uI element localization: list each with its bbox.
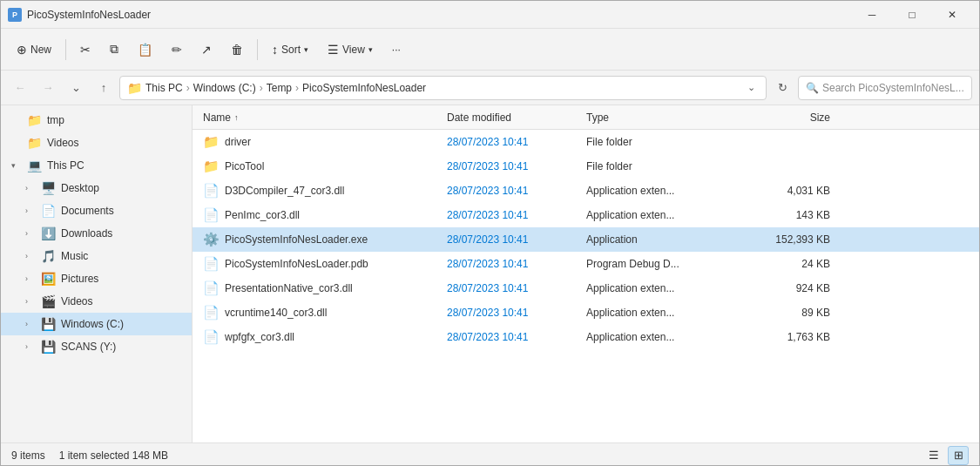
sidebar-item-desktop[interactable]: › 🖥️ Desktop <box>1 177 192 199</box>
file-list: Name ↑ Date modified Type Size 📁 driver … <box>193 105 979 442</box>
downloads-icon: ⬇️ <box>41 226 56 240</box>
file-size: 143 KB <box>743 209 830 221</box>
sep-3: › <box>295 82 299 94</box>
sidebar-item-label: Downloads <box>61 227 185 240</box>
table-row[interactable]: ⚙️ PicoSystemInfoNesLoader.exe 28/07/202… <box>193 227 979 252</box>
paste-button[interactable]: 📋 <box>129 34 161 65</box>
file-name: PresentationNative_cor3.dll <box>225 282 353 294</box>
table-row[interactable]: 📄 PenImc_cor3.dll 28/07/2023 10:41 Appli… <box>193 203 979 227</box>
expand-arrow: › <box>25 252 36 260</box>
table-row[interactable]: 📁 PicoTool 28/07/2023 10:41 File folder <box>193 154 979 179</box>
path-folder-icon: 📁 <box>127 81 142 95</box>
sidebar-item-label: Music <box>61 250 185 262</box>
detail-view-button[interactable]: ⊞ <box>948 446 969 465</box>
col-header-size[interactable]: Size <box>743 111 830 124</box>
file-date: 28/07/2023 10:41 <box>447 331 586 343</box>
file-icon: 📄 <box>203 280 220 296</box>
table-row[interactable]: 📁 driver 28/07/2023 10:41 File folder <box>193 130 979 154</box>
sidebar-item-label: Desktop <box>61 182 185 194</box>
pc-icon: 💻 <box>27 159 42 172</box>
table-row[interactable]: 📄 PresentationNative_cor3.dll 28/07/2023… <box>193 276 979 301</box>
file-name-cell: 📄 D3DCompiler_47_cor3.dll <box>203 183 447 199</box>
back-button[interactable]: ← <box>8 76 32 100</box>
title-bar: P PicoSystemInfoNesLoader ─ □ ✕ <box>1 1 979 29</box>
search-box[interactable]: 🔍 Search PicoSystemInfoNesL... <box>798 76 972 100</box>
col-header-type[interactable]: Type <box>586 111 743 124</box>
expand-arrow: › <box>25 229 36 238</box>
file-size: 152,393 KB <box>743 233 830 246</box>
documents-icon: 📄 <box>41 204 56 218</box>
table-row[interactable]: 📄 wpfgfx_cor3.dll 28/07/2023 10:41 Appli… <box>193 325 979 349</box>
recent-button[interactable]: ⌄ <box>64 76 88 100</box>
forward-button[interactable]: → <box>36 76 60 100</box>
sidebar-item-downloads[interactable]: › ⬇️ Downloads <box>1 222 192 245</box>
sidebar-item-music[interactable]: › 🎵 Music <box>1 245 192 267</box>
file-type: Application exten... <box>586 209 743 221</box>
view-controls: ☰ ⊞ <box>923 446 969 465</box>
sidebar-item-videos-pc[interactable]: › 🎬 Videos <box>1 290 192 313</box>
file-name-cell: 📁 driver <box>203 134 447 150</box>
table-row[interactable]: 📄 D3DCompiler_47_cor3.dll 28/07/2023 10:… <box>193 179 979 203</box>
cut-icon: ✂ <box>80 43 91 57</box>
address-path[interactable]: 📁 This PC › Windows (C:) › Temp › PicoSy… <box>119 76 767 100</box>
list-view-button[interactable]: ☰ <box>923 446 944 465</box>
file-type: Application <box>586 233 743 246</box>
new-button[interactable]: ⊕ New <box>8 34 60 65</box>
file-type: File folder <box>586 136 743 148</box>
sidebar-item-documents[interactable]: › 📄 Documents <box>1 199 192 222</box>
toolbar: ⊕ New ✂ ⧉ 📋 ✏ ↗ 🗑 ↕ Sort ▾ ☰ View ▾ ··· <box>1 29 979 71</box>
crumb-temp[interactable]: Temp <box>267 82 292 94</box>
expand-arrow: ▾ <box>11 161 22 170</box>
sort-arrow-icon: ↑ <box>234 113 239 122</box>
file-icon: 📄 <box>203 183 220 199</box>
view-icon: ☰ <box>328 43 339 57</box>
music-icon: 🎵 <box>41 249 56 263</box>
file-type: File folder <box>586 160 743 172</box>
sort-chevron-icon: ▾ <box>304 45 308 54</box>
file-size: 4,031 KB <box>743 185 830 197</box>
toolbar-divider-1 <box>65 39 66 60</box>
col-header-date[interactable]: Date modified <box>447 111 586 124</box>
delete-button[interactable]: 🗑 <box>222 34 252 65</box>
sort-button[interactable]: ↕ Sort ▾ <box>263 34 317 65</box>
sidebar-item-pictures[interactable]: › 🖼️ Pictures <box>1 267 192 290</box>
file-size: 1,763 KB <box>743 331 830 343</box>
file-name: PicoSystemInfoNesLoader.pdb <box>225 258 368 270</box>
address-dropdown-button[interactable]: ⌄ <box>744 80 759 95</box>
share-icon: ↗ <box>201 43 212 57</box>
toolbar-divider-2 <box>257 39 258 60</box>
col-header-name[interactable]: Name ↑ <box>203 111 447 124</box>
app-icon: P <box>8 8 22 22</box>
sidebar-item-tmp[interactable]: 📁 tmp <box>1 109 192 132</box>
sidebar-item-scans-y[interactable]: › 💾 SCANS (Y:) <box>1 335 192 358</box>
refresh-button[interactable]: ↻ <box>770 76 794 100</box>
file-type: Application exten... <box>586 331 743 343</box>
view-button[interactable]: ☰ View ▾ <box>319 34 382 65</box>
sidebar-item-videos-top[interactable]: 📁 Videos <box>1 132 192 154</box>
maximize-button[interactable]: □ <box>892 1 932 29</box>
crumb-windows-c[interactable]: Windows (C:) <box>193 82 256 94</box>
sidebar-item-windows-c[interactable]: › 💾 Windows (C:) <box>1 313 192 335</box>
rename-button[interactable]: ✏ <box>163 34 191 65</box>
copy-button[interactable]: ⧉ <box>101 34 127 65</box>
cut-button[interactable]: ✂ <box>71 34 99 65</box>
file-name: vcruntime140_cor3.dll <box>225 307 327 319</box>
table-row[interactable]: 📄 vcruntime140_cor3.dll 28/07/2023 10:41… <box>193 301 979 325</box>
file-type: Application exten... <box>586 185 743 197</box>
table-row[interactable]: 📄 PicoSystemInfoNesLoader.pdb 28/07/2023… <box>193 252 979 276</box>
sidebar-item-this-pc[interactable]: ▾ 💻 This PC <box>1 154 192 177</box>
new-label: New <box>30 44 51 56</box>
sidebar-item-label: Windows (C:) <box>61 318 185 330</box>
crumb-current[interactable]: PicoSystemInfoNesLoader <box>302 82 426 94</box>
file-icon: 📄 <box>203 207 220 223</box>
more-button[interactable]: ··· <box>383 34 409 65</box>
crumb-this-pc[interactable]: This PC <box>145 82 183 94</box>
videos-icon: 🎬 <box>41 294 56 308</box>
close-button[interactable]: ✕ <box>932 1 972 29</box>
share-button[interactable]: ↗ <box>193 34 220 65</box>
file-date: 28/07/2023 10:41 <box>447 233 586 246</box>
minimize-button[interactable]: ─ <box>852 1 892 29</box>
file-name-cell: 📁 PicoTool <box>203 159 447 174</box>
up-button[interactable]: ↑ <box>91 76 116 100</box>
file-name: wpfgfx_cor3.dll <box>225 331 294 343</box>
